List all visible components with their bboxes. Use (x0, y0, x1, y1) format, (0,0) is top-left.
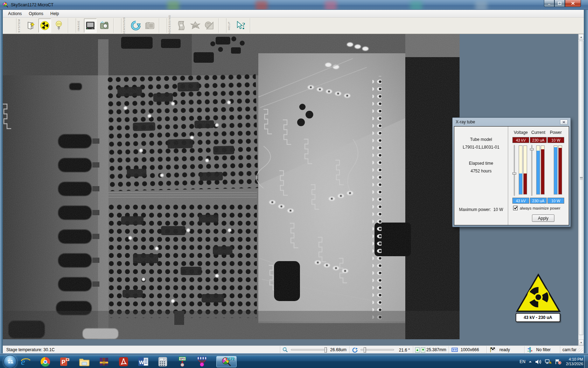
system-tray: EN ! 4:10 PM 2/13/2026 (519, 355, 583, 368)
batch-scan-button[interactable] (144, 19, 156, 33)
window-title: SkyScan1172 MicroCT (11, 2, 54, 7)
action-center-flag-icon[interactable] (555, 359, 561, 364)
toolbar-separator (250, 18, 251, 33)
taskbar-calculator-icon[interactable]: 0 (158, 356, 168, 367)
taskbar-explorer-icon[interactable] (79, 356, 90, 367)
camera-position: cam:far (562, 347, 576, 352)
desktop-blob (475, 1, 487, 10)
language-indicator[interactable]: EN (519, 359, 525, 364)
elapsed-time-label: Elapsed time (454, 161, 508, 166)
start-button[interactable] (4, 355, 17, 368)
menu-options[interactable]: Options (25, 10, 47, 17)
tube-model-value: L7901-01,L8031-01 (454, 145, 508, 150)
image-size-value: 1000x666 (461, 347, 479, 352)
xray-image[interactable] (3, 34, 460, 339)
window-frame-left (0, 10, 3, 355)
close-button[interactable] (565, 0, 581, 7)
exit-door-button[interactable] (24, 19, 37, 33)
scrollbar-thumb[interactable] (579, 41, 583, 335)
hidden-icons-chevron-icon[interactable] (528, 360, 532, 363)
voltage-set-bar (519, 145, 523, 195)
xray-source-icon (40, 21, 50, 30)
current-column: Current 230 uA 230 uA (530, 130, 547, 204)
taskbar-powerpoint-icon[interactable]: P (59, 356, 70, 367)
start-scan-button[interactable] (130, 19, 142, 33)
minimize-button[interactable] (544, 0, 554, 7)
ready-flag-icon (490, 347, 495, 353)
rotation-slider-thumb[interactable] (364, 347, 366, 353)
voltage-slider-thumb[interactable] (512, 172, 516, 175)
menu-actions[interactable]: Actions (5, 10, 25, 17)
menu-help[interactable]: Help (47, 10, 63, 17)
skyscan-badge: 1172 (226, 357, 234, 361)
voltage-column: Voltage 43 kV 43 kV (512, 130, 529, 204)
grab-image-icon (99, 21, 109, 30)
taskbar-skyscan-button[interactable]: 1172 (216, 356, 237, 367)
always-maximize-checkbox[interactable] (513, 206, 518, 210)
taskbar-chrome-icon[interactable] (40, 356, 50, 367)
radiation-triangle-icon (514, 272, 563, 314)
maximize-icon (558, 2, 561, 5)
toolbar: SYSTEM IMAGE (3, 18, 585, 34)
current-header: Current (530, 130, 547, 136)
desktop-screen: SkyScan1172 MicroCT Actions Options Help… (0, 0, 588, 368)
voltage-set-value: 43 kV (512, 198, 529, 204)
menu-bar: Actions Options Help (3, 10, 585, 18)
window-titlebar[interactable]: SkyScan1172 MicroCT (0, 0, 588, 10)
taskbar-acrobat-icon[interactable] (118, 356, 129, 367)
toolbar-group-processing: PROCESSING (167, 19, 172, 33)
toolbar-separator (113, 18, 114, 33)
taskbar-word-icon[interactable]: W (138, 356, 148, 367)
toolbar-separator (159, 18, 160, 33)
movie-button[interactable] (175, 19, 188, 33)
scrollbar-grip-icon (580, 177, 583, 180)
maximize-button[interactable] (554, 0, 565, 7)
video-monitor-button[interactable] (84, 19, 97, 33)
context-help-button[interactable]: ? (234, 19, 247, 33)
lamp-icon (54, 21, 63, 30)
svg-text:0: 0 (163, 359, 164, 361)
voltage-actual-value: 43 kV (512, 137, 529, 143)
lamp-button[interactable] (52, 19, 65, 33)
svg-text:?: ? (242, 21, 245, 28)
current-set-bar (536, 145, 540, 195)
show-desktop-button[interactable] (584, 355, 588, 368)
taskbar-winrar-icon[interactable] (99, 356, 109, 367)
pixel-size-slider-thumb[interactable] (324, 347, 327, 353)
volume-icon[interactable] (535, 359, 541, 364)
xray-source-button[interactable] (38, 19, 51, 33)
dialog-close-button[interactable] (560, 120, 568, 125)
windows-logo-icon (7, 358, 14, 365)
stage-up-icon[interactable]: ▲ (415, 347, 420, 353)
analysis-icon (204, 21, 214, 30)
scroll-down-button[interactable]: ▼ (579, 340, 584, 346)
resize-grip-icon[interactable] (579, 348, 583, 353)
grab-image-button[interactable] (98, 19, 111, 33)
apply-button[interactable]: Apply (532, 214, 554, 222)
rotation-value: 21.6 o (399, 347, 410, 353)
elapsed-time-value: 4752 hours (454, 169, 508, 173)
movie-icon (177, 21, 186, 30)
scroll-up-button[interactable]: ▲ (579, 34, 584, 40)
rotation-slider[interactable] (360, 349, 394, 350)
dialog-titlebar[interactable]: X-ray tube (453, 118, 570, 126)
taskbar-ports-icon[interactable] (197, 356, 207, 367)
voltage-slider[interactable] (514, 145, 515, 196)
current-slider-thumb[interactable] (530, 148, 534, 150)
analysis-button[interactable] (203, 19, 216, 33)
reconstruction-button[interactable] (189, 19, 202, 33)
caption-buttons (544, 0, 581, 7)
pixel-size-slider[interactable] (291, 349, 328, 350)
always-maximize-label[interactable]: always maximize power (520, 206, 560, 210)
vertical-scrollbar[interactable]: ▲ ▼ (578, 34, 584, 346)
context-help-icon: ? (236, 21, 246, 30)
clock[interactable]: 4:10 PM 2/13/2026 (566, 357, 583, 366)
network-warning-icon[interactable]: ! (545, 359, 552, 364)
pixel-size-value: 26.68um (330, 347, 346, 352)
current-slider[interactable] (531, 145, 532, 196)
desktop-blob (255, 1, 267, 10)
taskbar-internet-explorer-icon[interactable]: e (20, 356, 31, 367)
taskbar-gpu-monitor-icon[interactable]: GPU (177, 356, 188, 367)
stage-down-icon[interactable]: ▼ (421, 347, 425, 353)
toolbar-group-system: SYSTEM (16, 19, 22, 33)
